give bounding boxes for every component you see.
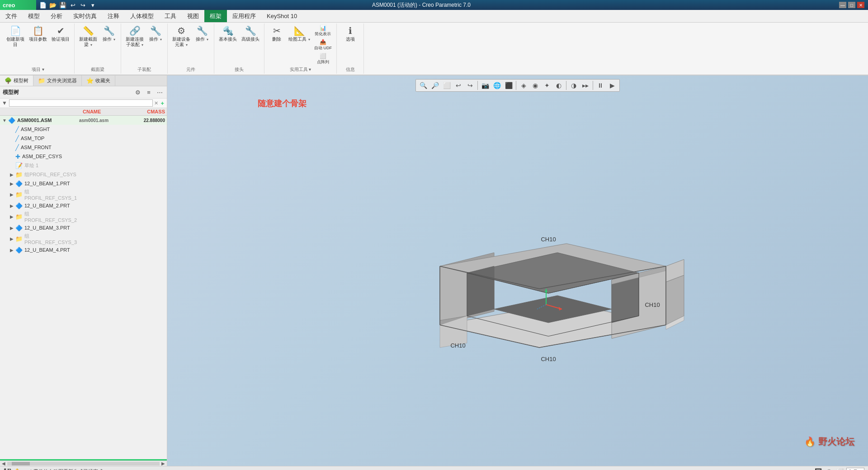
menu-file[interactable]: 文件 <box>0 10 23 22</box>
asm-right-name: ASM_RIGHT <box>21 127 79 132</box>
menu-tools[interactable]: 工具 <box>159 10 182 22</box>
tree-item-sketch1[interactable]: 📝 草绘 1 <box>0 161 167 170</box>
tree-item-asm-right[interactable]: ╱ ASM_RIGHT <box>0 125 167 134</box>
beam1-expand[interactable]: ▶ <box>9 181 14 186</box>
tree-item-beam1[interactable]: ▶ 🔷 12_U_BEAM_1.PRT <box>0 179 167 188</box>
tab-model-tree[interactable]: 🌳 模型树 <box>0 75 33 86</box>
menu-analysis[interactable]: 分析 <box>45 10 68 22</box>
beam4-expand[interactable]: ▶ <box>9 248 14 253</box>
view-light-btn[interactable]: ✦ <box>542 80 552 90</box>
panel-horizontal-scroll[interactable]: ◀ ▶ <box>0 461 167 466</box>
tree-item-beam2[interactable]: ▶ 🔷 12_U_BEAM_2.PRT <box>0 201 167 210</box>
group-csys-expand[interactable]: ▶ <box>9 172 14 177</box>
btn-advanced-joint[interactable]: 🔧 高级接头 <box>240 24 261 43</box>
btn-new-element[interactable]: ⚙ 新建设备元素 ▾ <box>170 24 192 48</box>
main-layout: 🌳 模型树 📁 文件夹浏览器 ⭐ 收藏夹 模型树 ⚙ ≡ ⋯ ▼ <box>0 75 868 466</box>
qa-settings-btn[interactable]: ▾ <box>88 1 97 9</box>
btn-new-beam[interactable]: 📏 新建截面梁 ▾ <box>77 24 99 48</box>
beam3-expand[interactable]: ▶ <box>9 226 14 230</box>
btn-auto-udf[interactable]: 📤 自动 UDF <box>313 38 333 52</box>
menu-human[interactable]: 人体模型 <box>125 10 159 22</box>
btn-subassembly-op[interactable]: 🔧 操作 ▾ <box>146 24 165 43</box>
btn-validate-project[interactable]: ✔ 验证项目 <box>50 24 71 43</box>
status-zoom-btn[interactable]: 🔲 <box>814 467 823 470</box>
qa-redo-btn[interactable]: ↪ <box>78 1 87 9</box>
qa-save-btn[interactable]: 💾 <box>58 1 67 9</box>
tab-file-browser[interactable]: 📁 文件夹浏览器 <box>33 75 82 86</box>
tree-filter-add[interactable]: + <box>160 100 165 107</box>
status-fullscreen-btn[interactable]: ⬜ <box>835 467 844 470</box>
qa-open-btn[interactable]: 📂 <box>48 1 57 9</box>
qa-undo-btn[interactable]: ↩ <box>68 1 77 9</box>
3d-viewport[interactable]: 🔍 🔎 ⬜ ↩ ↪ 📷 🌐 ⬛ ◈ ◉ ✦ ◐ ◑ ▸▸ ⏸ ▶ 随意建个骨架 <box>167 75 868 466</box>
view-play-btn[interactable]: ▶ <box>607 80 618 90</box>
menu-keyshot[interactable]: KeyShot 10 <box>261 10 302 22</box>
tree-more-btn[interactable]: ⋯ <box>155 88 164 97</box>
menu-apps[interactable]: 应用程序 <box>227 10 261 22</box>
tree-item-group-csys1[interactable]: ▶ 📁 组PROFIL_REF_CSYS_1 <box>0 188 167 201</box>
group-csys1-expand[interactable]: ▶ <box>9 192 14 197</box>
btn-create-project[interactable]: 📄 创建新项目 <box>5 24 26 48</box>
tree-filter-close[interactable]: ✕ <box>153 100 160 106</box>
view-zoom-out-btn[interactable]: 🔎 <box>429 80 440 90</box>
btn-simplify[interactable]: 📊 简化表示 <box>313 24 333 38</box>
btn-new-subassembly[interactable]: 🔗 新建连接子装配 ▾ <box>124 24 146 48</box>
view-pause-btn[interactable]: ⏸ <box>595 80 606 90</box>
tab-favorites[interactable]: ⭐ 收藏夹 <box>82 75 115 86</box>
view-annotation-btn[interactable]: ◑ <box>568 80 579 90</box>
ribbon-group-info-label: 信息 <box>346 66 355 73</box>
view-appearance-btn[interactable]: ◉ <box>530 80 541 90</box>
scroll-track[interactable] <box>7 462 160 465</box>
ribbon-group-joint-inner: 🔩 基本接头 🔧 高级接头 <box>217 24 261 66</box>
view-layers-btn[interactable]: ▸▸ <box>580 80 591 90</box>
group-csys3-expand[interactable]: ▶ <box>9 236 14 241</box>
view-reorient-btn[interactable]: 🌐 <box>491 80 502 90</box>
options-label: 选项 <box>346 37 355 42</box>
btn-element-op[interactable]: 🔧 操作 ▾ <box>193 24 211 43</box>
tree-expand-btn[interactable]: ≡ <box>144 88 153 97</box>
tree-item-group-csys[interactable]: ▶ 📁 组PROFIL_REF_CSYS <box>0 170 167 179</box>
tree-item-beam3[interactable]: ▶ 🔷 12_U_BEAM_3.PRT <box>0 223 167 232</box>
tree-settings-btn[interactable]: ⚙ <box>133 88 142 97</box>
menu-framework[interactable]: 框架 <box>204 10 227 22</box>
tree-item-group-csys3[interactable]: ▶ 📁 组PROFIL_REF_CSYS_3 <box>0 232 167 245</box>
menu-annotation[interactable]: 注释 <box>102 10 125 22</box>
group-csys2-expand[interactable]: ▶ <box>9 214 14 219</box>
view-perspective-btn[interactable]: ◐ <box>553 80 564 90</box>
btn-beam-op[interactable]: 🔧 操作 ▾ <box>100 24 118 43</box>
btn-project-params[interactable]: 📋 项目参数 <box>27 24 49 43</box>
tree-item-root[interactable]: ▼ 🔷 ASM0001.ASM asm0001.asm 22.888000 <box>0 116 167 125</box>
view-section-btn[interactable]: ◈ <box>518 80 529 90</box>
btn-delete[interactable]: ✂ 删除 <box>268 24 286 43</box>
scroll-right-btn[interactable]: ▶ <box>160 461 167 466</box>
minimize-button[interactable]: — <box>839 2 846 8</box>
btn-draw-tools[interactable]: 📐 绘图工具 ▾ <box>287 24 312 43</box>
tree-item-asm-csys[interactable]: ✚ ASM_DEF_CSYS <box>0 152 167 161</box>
view-forward-btn[interactable]: ↪ <box>465 80 476 90</box>
view-3d-btn[interactable]: ⬛ <box>503 80 514 90</box>
btn-options[interactable]: ℹ 选项 <box>341 24 359 43</box>
root-expand-icon[interactable]: ▼ <box>2 118 7 123</box>
tree-item-asm-front[interactable]: ╱ ASM_FRONT <box>0 143 167 152</box>
status-settings-btn[interactable]: ⚙ <box>825 467 834 470</box>
tree-search-input[interactable] <box>9 99 153 107</box>
restore-button[interactable]: □ <box>848 2 855 8</box>
view-fit-btn[interactable]: ⬜ <box>441 80 452 90</box>
scroll-left-btn[interactable]: ◀ <box>0 461 7 466</box>
view-named-view-btn[interactable]: 📷 <box>480 80 491 90</box>
menu-simulation[interactable]: 实时仿真 <box>68 10 102 22</box>
view-zoom-in-btn[interactable]: 🔍 <box>418 80 429 90</box>
view-refit-btn[interactable]: ↩ <box>453 80 464 90</box>
btn-point-array[interactable]: ⬜ 点阵列 <box>313 52 333 66</box>
btn-basic-joint[interactable]: 🔩 基本接头 <box>217 24 239 43</box>
menu-model[interactable]: 模型 <box>23 10 45 22</box>
scroll-thumb[interactable] <box>12 462 30 465</box>
auto-udf-label: 自动 UDF <box>314 45 332 51</box>
qa-new-btn[interactable]: 📄 <box>38 1 47 9</box>
beam2-expand[interactable]: ▶ <box>9 203 14 208</box>
close-button[interactable]: ✕ <box>857 2 864 8</box>
tree-item-group-csys2[interactable]: ▶ 📁 组PROFIL_REF_CSYS_2 <box>0 210 167 223</box>
tree-item-asm-top[interactable]: ╱ ASM_TOP <box>0 134 167 143</box>
menu-view[interactable]: 视图 <box>182 10 204 22</box>
tree-item-beam4[interactable]: ▶ 🔷 12_U_BEAM_4.PRT <box>0 245 167 254</box>
